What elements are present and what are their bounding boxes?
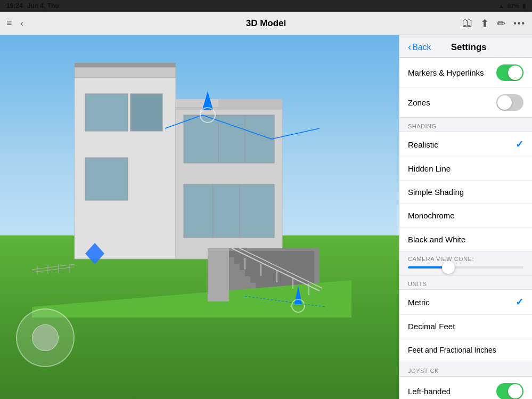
svg-rect-8 [184,115,274,163]
building-svg [32,51,351,317]
svg-rect-23 [208,248,229,302]
joystick-inner [32,324,59,351]
left-handed-label: Left-handed [408,387,451,396]
svg-rect-3 [85,94,128,131]
3d-view[interactable] [0,35,399,399]
svg-rect-18 [240,264,314,270]
shading-black-white[interactable]: Black and White [399,227,532,251]
battery-icon: ▮ [522,3,526,10]
toggle-thumb-left [508,384,522,398]
toggle-thumb-zones [497,95,512,110]
svg-rect-17 [234,257,314,264]
joystick-section: JOYSTICK Left-handed [399,362,532,399]
zones-label: Zones [408,98,430,107]
metric-label: Metric [408,298,430,307]
simple-shading-label: Simple Shading [408,188,464,197]
realistic-label: Realistic [408,140,438,149]
svg-line-41 [32,267,75,272]
shading-monochrome[interactable]: Monochrome [399,204,532,227]
back-label[interactable]: Back [412,43,431,52]
back-button[interactable]: ‹ Back [408,42,431,53]
back-chevron-icon: ‹ [408,42,411,53]
bookmark-icon[interactable]: 🕮 [462,17,473,29]
settings-panel: ‹ Back Settings Markers & Hyperlinks Zon… [399,35,532,399]
joystick-control[interactable] [16,308,75,367]
general-settings-group: Markers & Hyperlinks Zones [399,58,532,118]
svg-marker-22 [32,280,351,317]
units-label: UNITS [399,275,532,289]
status-bar: 19:24 Jun 4, Thu ▲ 87% ▮ [0,0,532,12]
wifi-icon: ▲ [498,3,504,9]
settings-header: ‹ Back Settings [399,35,532,58]
left-handed-item: Left-handed [399,377,532,399]
zones-toggle[interactable] [496,94,523,111]
shading-realistic[interactable]: Realistic ✓ [399,132,532,157]
shading-simple[interactable]: Simple Shading [399,181,532,204]
joystick-group: Left-handed [399,376,532,399]
shading-section: SHADING Realistic ✓ Hidden Line Simple S… [399,118,532,251]
nav-left: ≡ ‹ [6,18,23,29]
svg-rect-11 [184,184,274,238]
units-options-group: Metric ✓ Decimal Feet Feet and Fractiona… [399,289,532,362]
fractional-inches-label: Feet and Fractional Inches [408,346,496,354]
markers-hyperlinks-toggle[interactable] [496,64,523,81]
svg-rect-4 [130,94,162,131]
nav-bar: ≡ ‹ 3D Model 🕮 ⬆ ✏ ••• [0,12,532,35]
battery-percentage: 87% [508,3,519,9]
left-handed-toggle[interactable] [496,383,523,399]
time: 19:24 [6,2,23,10]
camera-cone-label: CAMERA VIEW CONE: [408,256,523,262]
share-icon[interactable]: ⬆ [480,17,489,30]
decimal-feet-label: Decimal Feet [408,322,455,331]
settings-title: Settings [451,42,508,53]
svg-rect-16 [229,251,314,257]
camera-cone-thumb[interactable] [442,261,455,274]
toggle-thumb [508,66,522,80]
shading-hidden-line[interactable]: Hidden Line [399,157,532,181]
realistic-checkmark: ✓ [515,139,523,150]
zones-item: Zones [399,88,532,117]
hidden-line-label: Hidden Line [408,164,451,173]
svg-rect-5 [85,158,128,200]
pencil-icon[interactable]: ✏ [497,17,506,30]
units-metric[interactable]: Metric ✓ [399,290,532,315]
hamburger-menu-icon[interactable]: ≡ [6,18,12,29]
units-fractional-inches[interactable]: Feet and Fractional Inches [399,338,532,362]
monochrome-label: Monochrome [408,211,455,220]
metric-checkmark: ✓ [515,296,523,308]
svg-rect-14 [176,99,218,107]
svg-line-40 [32,264,75,270]
shading-label: SHADING [399,118,532,132]
status-right: ▲ 87% ▮ [498,3,526,10]
markers-hyperlinks-label: Markers & Hyperlinks [408,68,484,77]
status-left: 19:24 Jun 4, Thu [6,2,59,10]
shading-options-group: Realistic ✓ Hidden Line Simple Shading M… [399,132,532,251]
svg-rect-2 [75,63,176,67]
black-white-label: Black and White [408,235,465,244]
joystick-label: JOYSTICK [399,362,532,376]
nav-title: 3D Model [246,18,287,29]
nav-right: 🕮 ⬆ ✏ ••• [462,17,526,30]
camera-view-cone-section: CAMERA VIEW CONE: [399,251,532,275]
units-decimal-feet[interactable]: Decimal Feet [399,315,532,338]
back-nav-icon[interactable]: ‹ [21,19,23,28]
markers-hyperlinks-item: Markers & Hyperlinks [399,58,532,88]
camera-cone-slider[interactable] [408,266,523,268]
svg-rect-1 [75,67,176,78]
units-section: UNITS Metric ✓ Decimal Feet Feet and Fra… [399,275,532,362]
date: Jun 4, Thu [27,2,59,10]
more-icon[interactable]: ••• [513,19,526,28]
